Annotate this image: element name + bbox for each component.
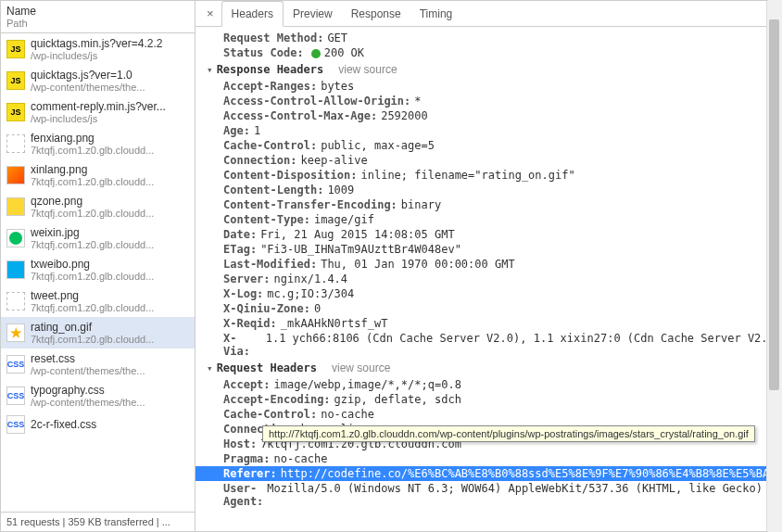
header-label: Accept: [223,378,271,391]
file-type-icon [6,229,25,247]
header-line[interactable]: ETag:"Fi3-UB_IHNaTm9AUzttBr4W048ev" [196,242,781,257]
scrollbar-thumb[interactable] [769,19,779,390]
network-file-list-panel: Name Path JSquicktags.min.js?ver=4.2.2/w… [1,1,196,531]
file-name: weixin.jpg [31,226,154,239]
column-header-name[interactable]: Name [6,5,189,18]
header-value: mc.g;IO:3/304 [267,287,354,300]
status-code-value: 200 OK [308,46,364,59]
header-line[interactable]: Server:nginx/1.4.4 [196,272,781,286]
file-item[interactable]: tweet.png7ktqfj.com1.z0.glb.cloudd... [1,285,195,317]
view-source-link[interactable]: view source [332,361,390,374]
column-header-path[interactable]: Path [6,18,189,29]
header-label: Content-Transfer-Encoding: [223,198,397,211]
header-line[interactable]: Access-Control-Allow-Origin:* [196,94,781,108]
header-value: * [414,95,421,108]
header-value: image/webp,image/*,*/*;q=0.8 [274,378,461,391]
scrollbar-track-right[interactable] [766,1,781,531]
header-line[interactable]: User-Agent:Mozilla/5.0 (Windows NT 6.3; … [196,481,781,509]
header-label: X-Log: [223,287,263,300]
file-list[interactable]: JSquicktags.min.js?ver=4.2.2/wp-includes… [1,33,195,512]
header-line[interactable]: Cache-Control:public, max-age=5 [196,138,781,153]
header-label: Host: [223,437,257,450]
file-item[interactable]: txweibo.png7ktqfj.com1.z0.glb.cloudd... [1,254,195,285]
file-path: 7ktqfj.com1.z0.glb.cloudd... [31,176,154,187]
tab-timing[interactable]: Timing [410,2,462,26]
header-label: X-Qiniu-Zone: [223,302,310,315]
header-line[interactable]: Pragma:no-cache [196,451,781,466]
header-label: Access-Control-Allow-Origin: [223,95,410,108]
file-name: tweet.png [31,289,154,302]
file-item[interactable]: rating_on.gif7ktqfj.com1.z0.glb.cloudd..… [1,317,195,348]
header-line[interactable]: Content-Disposition:inline; filename="ra… [196,168,781,183]
header-line[interactable]: Accept:image/webp,image/*,*/*;q=0.8 [196,377,781,392]
header-value: Thu, 01 Jan 1970 00:00:00 GMT [321,258,515,271]
header-line[interactable]: Age:1 [196,123,781,138]
header-value: keep-alive [300,154,367,167]
view-source-link[interactable]: view source [338,63,397,76]
header-line[interactable]: Date:Fri, 21 Aug 2015 14:08:05 GMT [196,227,781,242]
header-label: X-Reqid: [223,317,277,330]
header-line[interactable]: Connection:keep-alive [196,153,781,168]
header-line[interactable]: Content-Type:image/gif [196,212,781,227]
file-name: qzone.png [31,195,154,208]
header-value: 0 [314,302,321,315]
header-label: Content-Length: [223,184,323,196]
file-item[interactable]: weixin.jpg7ktqfj.com1.z0.glb.cloudd... [1,222,195,254]
file-item[interactable]: qzone.png7ktqfj.com1.z0.glb.cloudd... [1,191,195,222]
file-path: 7ktqfj.com1.z0.glb.cloudd... [31,271,154,282]
file-type-icon [6,166,25,184]
header-line[interactable]: Accept-Encoding:gzip, deflate, sdch [196,392,781,407]
file-path: /wp-content/themes/the... [31,82,145,93]
header-line[interactable]: Accept-Ranges:bytes [196,79,781,94]
header-value: inline; filename="rating_on.gif" [361,169,575,182]
header-line[interactable]: Content-Length:1009 [196,183,781,197]
file-type-icon [6,197,25,216]
file-item[interactable]: JSquicktags.js?ver=1.0/wp-content/themes… [1,65,195,96]
file-name: fenxiang.png [31,132,154,145]
header-label: Cache-Control: [223,139,317,152]
file-name: 2c-r-fixed.css [31,418,96,431]
file-type-icon [6,260,25,279]
close-icon[interactable]: × [199,3,221,24]
header-line[interactable]: Access-Control-Max-Age:2592000 [196,108,781,123]
header-label: X-Via: [223,332,262,358]
file-item[interactable]: JSquicktags.min.js?ver=4.2.2/wp-includes… [1,33,195,65]
header-line[interactable]: Last-Modified:Thu, 01 Jan 1970 00:00:00 … [196,257,781,272]
file-name: xinlang.png [31,163,154,176]
tab-preview[interactable]: Preview [284,2,342,26]
header-line[interactable]: X-Via:1.1 ych66:8106 (Cdn Cache Server V… [196,331,781,359]
header-value: 1.1 ych66:8106 (Cdn Cache Server V2.0), … [266,332,781,358]
file-item[interactable]: xinlang.png7ktqfj.com1.z0.glb.cloudd... [1,159,195,191]
file-name: quicktags.min.js?ver=4.2.2 [31,37,162,50]
header-label: Access-Control-Max-Age: [223,109,377,122]
request-headers-section[interactable]: Request Headers view source [196,359,781,377]
tab-response[interactable]: Response [342,2,410,26]
file-name: quicktags.js?ver=1.0 [31,69,145,82]
file-item[interactable]: CSSreset.css/wp-content/themes/the... [1,348,195,380]
header-value: 1 [254,124,260,137]
header-value: Fri, 21 Aug 2015 14:08:05 GMT [260,228,455,241]
header-label: Server: [223,272,271,285]
file-path: /wp-content/themes/the... [31,397,145,408]
header-line[interactable]: X-Reqid:_mkAAHkN0rtsf_wT [196,316,781,331]
header-line[interactable]: Referer:http://codefine.co/%E6%BC%AB%E8%… [196,466,781,481]
header-label: ETag: [223,243,257,256]
header-line[interactable]: Cache-Control:no-cache [196,407,781,422]
file-item[interactable]: fenxiang.png7ktqfj.com1.z0.glb.cloudd... [1,128,195,159]
header-line[interactable]: Content-Transfer-Encoding:binary [196,197,781,212]
header-label: Referer: [223,467,277,480]
header-line[interactable]: X-Log:mc.g;IO:3/304 [196,286,781,301]
file-item[interactable]: CSStypography.css/wp-content/themes/the.… [1,380,195,412]
header-value: no-cache [274,452,328,465]
file-item[interactable]: JScomment-reply.min.js?ver.../wp-include… [1,96,195,128]
header-label: Content-Type: [223,213,310,226]
file-path: 7ktqfj.com1.z0.glb.cloudd... [31,334,154,345]
header-line[interactable]: X-Qiniu-Zone:0 [196,301,781,316]
file-item[interactable]: CSS2c-r-fixed.css [1,412,195,437]
tab-headers[interactable]: Headers [221,1,284,27]
file-type-icon: CSS [6,415,25,434]
header-value: gzip, deflate, sdch [334,393,461,406]
headers-detail-view[interactable]: Request Method: GET Status Code: 200 OK … [196,27,781,531]
file-type-icon: JS [6,40,25,58]
response-headers-section[interactable]: Response Headers view source [196,60,781,79]
